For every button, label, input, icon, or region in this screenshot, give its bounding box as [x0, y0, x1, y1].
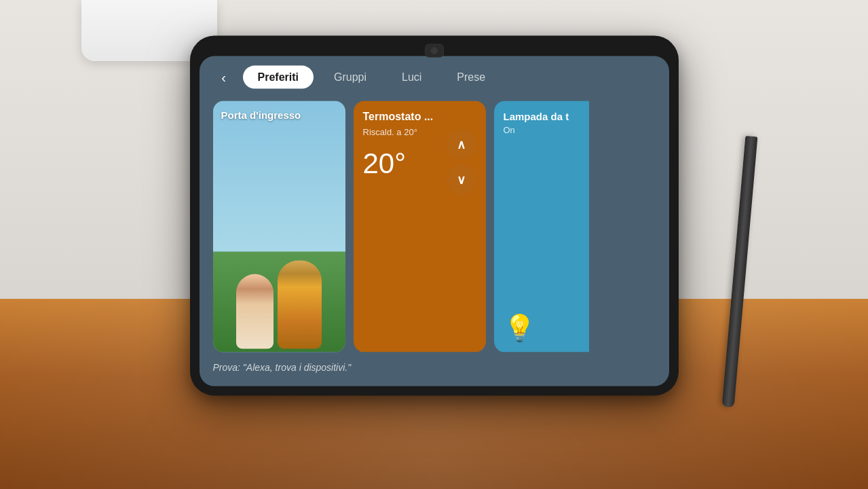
- camera-housing: [425, 44, 444, 58]
- chevron-up-icon: ∧: [457, 137, 466, 152]
- lamp-title: Lampada da t: [504, 111, 580, 122]
- thermostat-subtitle: Riscald. a 20°: [363, 127, 440, 139]
- cards-row: Porta d'ingresso Termostato ...: [213, 101, 656, 352]
- thermostat-body: Riscald. a 20° 20° ∧ ∨: [363, 127, 476, 343]
- alexa-tip: Prova: "Alexa, trova i dispositivi.": [213, 362, 656, 373]
- echo-show-device: ‹ Preferiti Gruppi Luci Prese Porta d'in…: [190, 36, 679, 396]
- camera-lens: [431, 48, 438, 54]
- chevron-down-icon: ∨: [457, 173, 466, 187]
- tab-preferiti[interactable]: Preferiti: [243, 66, 314, 89]
- tab-gruppi[interactable]: Gruppi: [319, 66, 381, 89]
- doorbell-title: Porta d'ingresso: [221, 109, 301, 121]
- tab-luci[interactable]: Luci: [387, 66, 436, 89]
- lamp-icon: 💡: [504, 313, 580, 343]
- cards-content: Porta d'ingresso Termostato ...: [200, 96, 669, 386]
- device-screen: ‹ Preferiti Gruppi Luci Prese Porta d'in…: [200, 56, 669, 386]
- thermostat-controls: ∧ ∨: [447, 130, 476, 195]
- back-button[interactable]: ‹: [213, 67, 235, 88]
- people-group: [213, 151, 345, 352]
- nav-bar: ‹ Preferiti Gruppi Luci Prese: [200, 56, 669, 96]
- thermostat-title: Termostato ...: [363, 111, 476, 123]
- thermostat-temperature: 20°: [363, 149, 440, 177]
- tab-prese[interactable]: Prese: [442, 66, 500, 89]
- thermostat-down-button[interactable]: ∨: [447, 165, 476, 195]
- lamp-status: On: [504, 125, 580, 135]
- card-lamp[interactable]: Lampada da t On 💡: [494, 101, 589, 352]
- doorbell-image: [213, 101, 345, 352]
- back-icon: ‹: [221, 69, 226, 85]
- thermostat-up-button[interactable]: ∧: [447, 130, 476, 160]
- thermostat-info: Riscald. a 20° 20°: [363, 127, 440, 178]
- person-female: [236, 274, 273, 349]
- camera-bar: [425, 44, 444, 58]
- card-doorbell[interactable]: Porta d'ingresso: [213, 101, 345, 352]
- card-thermostat[interactable]: Termostato ... Riscald. a 20° 20° ∧ ∨: [354, 101, 486, 352]
- person-male: [278, 261, 322, 349]
